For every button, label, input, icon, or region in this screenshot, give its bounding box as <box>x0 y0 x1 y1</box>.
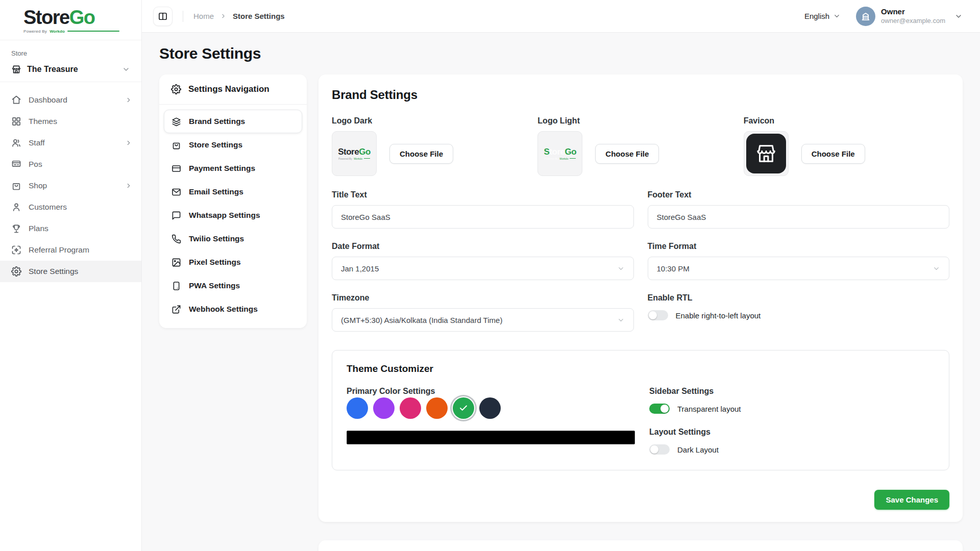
date-format-select[interactable]: Jan 1,2015 <box>332 257 634 280</box>
settings-navigation-title: Settings Navigation <box>188 84 270 94</box>
settings-nav-whatsapp-settings[interactable]: Whatsapp Settings <box>164 204 302 227</box>
color-swatches <box>347 397 649 419</box>
sidebar-item-themes[interactable]: Themes <box>0 111 141 132</box>
color-swatch-pink[interactable] <box>400 397 421 419</box>
transparent-layout-label: Transparent layout <box>677 405 741 413</box>
time-format-select[interactable]: 10:30 PM <box>648 257 950 280</box>
powered-by: Powered By Workdo <box>23 29 119 34</box>
gear-icon <box>11 266 21 277</box>
mail-icon <box>172 187 181 197</box>
logo-dark-field: Logo Dark StoreGo Powered ByWorkdo Choos… <box>332 116 537 176</box>
main-area: Home Store Settings English Owner owner@… <box>142 0 980 551</box>
dark-layout-row: Dark Layout <box>649 444 935 455</box>
sidebar-item-shop[interactable]: Shop <box>0 175 141 196</box>
powered-by-underline <box>67 31 119 32</box>
color-swatch-blue[interactable] <box>347 397 368 419</box>
transparent-layout-toggle[interactable] <box>649 404 670 414</box>
store-switcher[interactable]: The Treasure <box>11 64 130 74</box>
sidebar-item-pos[interactable]: Pos <box>0 154 141 175</box>
logo-dark-choose-file-button[interactable]: Choose File <box>389 144 453 164</box>
settings-nav-brand-settings[interactable]: Brand Settings <box>164 110 302 133</box>
toggle-knob <box>650 445 658 454</box>
image-icon <box>172 258 181 267</box>
color-swatch-orange[interactable] <box>426 397 448 419</box>
settings-nav-label: Store Settings <box>189 140 242 149</box>
user-icon <box>11 202 21 212</box>
settings-nav-webhook-settings[interactable]: Webhook Settings <box>164 297 302 321</box>
page-content: Store Settings Settings Navigation Brand… <box>142 33 980 551</box>
store-section-label: Store <box>11 49 130 57</box>
settings-nav-label: PWA Settings <box>189 281 240 290</box>
app-logo[interactable]: StoreGo Powered By Workdo <box>0 0 141 40</box>
date-format-value: Jan 1,2015 <box>341 264 379 273</box>
grid-icon <box>11 116 21 127</box>
toggle-knob <box>660 405 669 413</box>
sidebar-item-staff[interactable]: Staff <box>0 132 141 154</box>
color-swatch-purple[interactable] <box>373 397 395 419</box>
gear-icon <box>171 84 181 94</box>
enable-rtl-field: Enable RTL Enable right-to-left layout <box>648 293 950 332</box>
settings-navigation-header: Settings Navigation <box>159 74 307 105</box>
external-link-icon <box>172 305 181 314</box>
settings-nav-store-settings[interactable]: Store Settings <box>164 133 302 157</box>
footer-text-input[interactable] <box>648 205 950 229</box>
store-name: The Treasure <box>27 65 116 74</box>
user-menu-chevron[interactable] <box>954 12 963 20</box>
user-avatar[interactable] <box>856 7 875 26</box>
sidebar-item-customers[interactable]: Customers <box>0 196 141 218</box>
logo-light-preview: StoreGo Powered ByWorkdo <box>537 131 582 176</box>
top-bar: Home Store Settings English Owner owner@… <box>142 0 980 33</box>
settings-nav-twilio-settings[interactable]: Twilio Settings <box>164 227 302 251</box>
title-text-input[interactable] <box>332 205 634 229</box>
referral-icon <box>11 245 21 255</box>
date-format-label: Date Format <box>332 242 634 251</box>
sidebar-toggle-button[interactable] <box>153 7 173 26</box>
settings-nav-payment-settings[interactable]: Payment Settings <box>164 157 302 180</box>
breadcrumb-home[interactable]: Home <box>193 12 214 20</box>
enable-rtl-toggle[interactable] <box>648 310 668 320</box>
title-text-label: Title Text <box>332 190 634 199</box>
smartphone-icon <box>172 281 181 291</box>
favicon-label: Favicon <box>744 116 949 126</box>
settings-nav-pixel-settings[interactable]: Pixel Settings <box>164 251 302 274</box>
save-changes-button[interactable]: Save Changes <box>874 490 949 510</box>
title-text-field: Title Text <box>332 190 634 229</box>
color-swatch-navy[interactable] <box>479 397 501 419</box>
dark-layout-label: Dark Layout <box>677 445 719 454</box>
logo-store-text: Store <box>23 7 69 28</box>
settings-nav-pwa-settings[interactable]: PWA Settings <box>164 274 302 297</box>
sidebar-item-dashboard[interactable]: Dashboard <box>0 89 141 111</box>
timezone-field: Timezone (GMT+5:30) Asia/Kolkata (India … <box>332 293 634 332</box>
logo-light-choose-file-button[interactable]: Choose File <box>595 144 659 164</box>
color-swatch-green-selected[interactable] <box>453 397 474 419</box>
favicon-choose-file-button[interactable]: Choose File <box>801 144 865 164</box>
date-format-field: Date Format Jan 1,2015 <box>332 242 634 280</box>
page-title: Store Settings <box>159 45 963 62</box>
primary-color-label: Primary Color Settings <box>347 387 649 396</box>
sidebar-item-referral-program[interactable]: Referral Program <box>0 239 141 261</box>
settings-nav-label: Twilio Settings <box>189 234 244 243</box>
save-row: Save Changes <box>332 490 949 510</box>
sidebar-item-plans[interactable]: Plans <box>0 218 141 239</box>
dark-layout-toggle[interactable] <box>649 444 670 455</box>
logo-light-powered: Powered ByWorkdo <box>544 157 576 160</box>
enable-rtl-row: Enable right-to-left layout <box>648 310 950 320</box>
settings-nav-label: Whatsapp Settings <box>189 211 260 220</box>
custom-color-picker[interactable] <box>347 431 635 444</box>
time-format-value: 10:30 PM <box>657 264 690 273</box>
sidebar-item-label: Staff <box>29 138 118 147</box>
sidebar-item-store-settings[interactable]: Store Settings <box>0 261 141 282</box>
logo-go-text: Go <box>69 7 95 28</box>
theme-customizer-columns: Primary Color Settings <box>347 387 935 455</box>
topbar-divider <box>183 11 183 22</box>
chevron-down-icon <box>833 12 841 20</box>
logo-dark-label: Logo Dark <box>332 116 537 126</box>
storefront-icon <box>11 64 21 74</box>
breadcrumb: Home Store Settings <box>193 12 285 20</box>
content-row: Settings Navigation Brand Settings Store… <box>159 74 963 551</box>
logo-dark-powered: Powered ByWorkdo <box>338 157 370 160</box>
settings-nav-email-settings[interactable]: Email Settings <box>164 180 302 204</box>
brand-settings-form: Title Text Footer Text Date Format Jan <box>332 190 949 332</box>
timezone-select[interactable]: (GMT+5:30) Asia/Kolkata (India Standard … <box>332 308 634 332</box>
language-selector[interactable]: English <box>804 12 841 20</box>
